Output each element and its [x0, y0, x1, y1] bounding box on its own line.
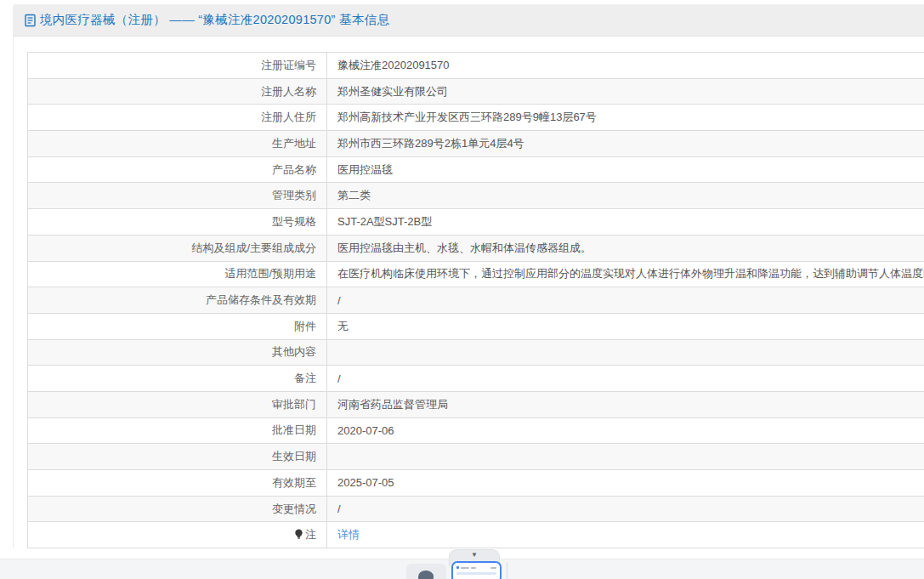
- registration-table: 注册证编号 豫械注准20202091570 注册人名称 郑州圣健实业有限公司 注…: [27, 52, 924, 548]
- row-value: 第二类: [327, 183, 924, 209]
- panel-header: 境内医疗器械（注册） —— “豫械注准20202091570” 基本信息: [13, 4, 924, 37]
- row-value: 郑州圣健实业有限公司: [327, 78, 924, 105]
- table-row: 注 详情: [28, 522, 924, 548]
- row-label: 注册人住所: [261, 111, 316, 123]
- thumbnail-divider: [507, 563, 507, 579]
- row-value: 郑州高新技术产业开发区西三环路289号9幢13层67号: [327, 105, 924, 131]
- row-label: 注册人名称: [261, 85, 316, 98]
- page-root: { "header": { "icon": "document-icon", "…: [0, 0, 924, 579]
- window-thumbnail-active[interactable]: [451, 561, 502, 579]
- row-label: 批准日期: [272, 423, 316, 436]
- row-label: 生效日期: [272, 450, 316, 463]
- row-label: 附件: [294, 320, 316, 332]
- row-value: 无: [327, 313, 924, 339]
- table-row: 生产地址 郑州市西三环路289号2栋1单元4层4号: [28, 131, 924, 157]
- row-value: /: [327, 287, 924, 314]
- table-row: 适用范围/预期用途 在医疗机构临床使用环境下，通过控制应用部分的温度实现对人体进…: [28, 261, 924, 287]
- row-label: 管理类别: [272, 189, 316, 202]
- table-row: 有效期至 2025-07-05: [28, 470, 924, 497]
- row-value: 豫械注准20202091570: [327, 53, 924, 79]
- row-value: [327, 339, 924, 366]
- row-value: 医用控温毯由主机、水毯、水帽和体温传感器组成。: [327, 235, 924, 261]
- table-row: 型号规格 SJT-2A型SJT-2B型: [28, 209, 924, 236]
- row-value: [327, 444, 924, 470]
- table-row: 其他内容: [28, 339, 924, 366]
- row-value[interactable]: 详情: [327, 522, 924, 548]
- row-label: 产品名称: [272, 163, 316, 176]
- table-row: 变更情况 /: [28, 496, 924, 522]
- table-row: 结构及组成/主要组成成分 医用控温毯由主机、水毯、水帽和体温传感器组成。: [28, 235, 924, 261]
- table-row: 注册人住所 郑州高新技术产业开发区西三环路289号9幢13层67号: [28, 105, 924, 131]
- table-row: 批准日期 2020-07-06: [28, 417, 924, 444]
- app-logo-icon: [418, 570, 434, 579]
- row-label: 产品储存条件及有效期: [206, 293, 316, 306]
- table-row: 备注 /: [28, 366, 924, 392]
- row-label: 结构及组成/主要组成成分: [191, 241, 316, 254]
- table-row: 产品名称 医用控温毯: [28, 156, 924, 183]
- row-value: 郑州市西三环路289号2栋1单元4层4号: [327, 131, 924, 157]
- window-thumbnail-gray[interactable]: [406, 564, 446, 579]
- row-label: 有效期至: [272, 476, 316, 489]
- row-label: 备注: [294, 372, 316, 384]
- row-label: 生产地址: [272, 137, 316, 150]
- row-value: 2020-07-06: [327, 417, 924, 444]
- table-row: 管理类别 第二类: [28, 183, 924, 209]
- table-row: 附件 无: [28, 313, 924, 339]
- mini-content-line: [456, 572, 496, 575]
- row-label: 注册证编号: [261, 59, 316, 71]
- row-value: 在医疗机构临床使用环境下，通过控制应用部分的温度实现对人体进行体外物理升温和降温…: [327, 261, 924, 287]
- page-title: 境内医疗器械（注册） —— “豫械注准20202091570” 基本信息: [40, 12, 389, 28]
- row-value: SJT-2A型SJT-2B型: [327, 209, 924, 236]
- registration-table-body: 注册证编号 豫械注准20202091570 注册人名称 郑州圣健实业有限公司 注…: [28, 53, 924, 548]
- mini-favicon: [456, 566, 459, 569]
- table-row: 生效日期: [28, 444, 924, 470]
- registration-panel: 境内医疗器械（注册） —— “豫械注准20202091570” 基本信息 注册证…: [13, 4, 924, 548]
- row-value: 医用控温毯: [327, 156, 924, 183]
- document-icon: [24, 14, 37, 27]
- row-label: 适用范围/预期用途: [224, 267, 316, 280]
- row-value: /: [327, 366, 924, 392]
- table-row: 注册证编号 豫械注准20202091570: [28, 53, 924, 79]
- row-label: 变更情况: [272, 502, 316, 515]
- row-label: 型号规格: [272, 215, 316, 228]
- row-value: /: [327, 496, 924, 522]
- table-row: 注册人名称 郑州圣健实业有限公司: [28, 78, 924, 105]
- row-value: 河南省药品监督管理局: [327, 391, 924, 417]
- row-label: 注: [305, 528, 316, 541]
- table-row: 产品储存条件及有效期 /: [28, 287, 924, 314]
- row-label: 其他内容: [272, 345, 316, 358]
- panel-body: 注册证编号 豫械注准20202091570 注册人名称 郑州圣健实业有限公司 注…: [13, 37, 924, 548]
- row-value: 2025-07-05: [327, 470, 924, 497]
- chevron-down-icon: ▼: [471, 550, 478, 560]
- table-row: 审批部门 河南省药品监督管理局: [28, 391, 924, 417]
- mini-browser-toolbar: [456, 565, 496, 570]
- bulb-icon: [294, 529, 303, 540]
- row-label: 审批部门: [272, 398, 316, 411]
